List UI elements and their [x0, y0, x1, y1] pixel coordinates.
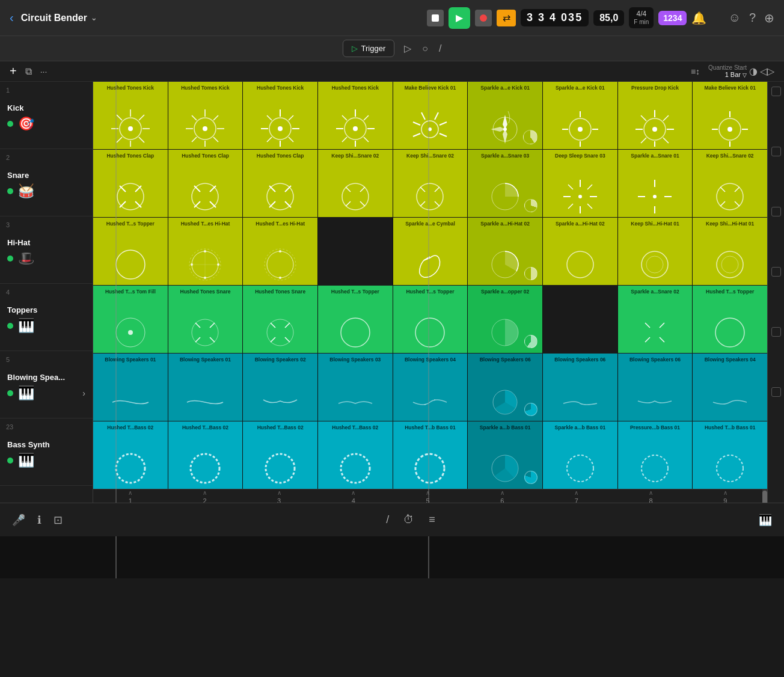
clip-snare-2[interactable]: Hushed Tones Clap [168, 150, 243, 217]
metronome-button[interactable]: 🔔 [691, 11, 706, 25]
clip-snare-3[interactable]: Hushed Tones Clap [243, 150, 317, 217]
clip-bass-8[interactable]: Pressure...b Bass 01 [618, 421, 693, 489]
mixer-icon[interactable]: ≡ [429, 513, 435, 526]
pencil-tool-icon[interactable]: / [386, 513, 389, 526]
clip-bass-2[interactable]: Hushed T...Bass 02 [168, 421, 243, 489]
clip-kick-6[interactable]: Sparkle a...e Kick 01 [468, 82, 542, 149]
clip-kick-2[interactable]: Hushed Tomes Kick [168, 82, 243, 149]
time-signature[interactable]: 4/4 F min [629, 7, 654, 28]
track-active-dot-bass[interactable] [7, 458, 13, 464]
record-audio-icon[interactable]: 🎤 [12, 513, 25, 527]
col-marker-1[interactable]: ∧1 [93, 489, 168, 503]
blowing-instrument-icon[interactable]: 🎹 [18, 385, 34, 401]
track-checkbox-4[interactable] [771, 267, 781, 277]
arrangement-button[interactable]: ≡↕ [691, 67, 700, 76]
duplicate-button[interactable]: ⧉ [25, 66, 32, 77]
info-icon[interactable]: ℹ [37, 513, 41, 527]
clip-toppers-2[interactable]: Hushed Tones Snare [168, 286, 243, 353]
clip-kick-7[interactable]: Sparkle a...e Kick 01 [543, 82, 617, 149]
track-checkbox-2[interactable] [771, 147, 781, 156]
clip-toppers-5[interactable]: Hushed T...s Topper [393, 286, 468, 353]
col-marker-2[interactable]: ∧2 [168, 489, 242, 503]
follow-icon[interactable]: ▷ [404, 43, 411, 54]
kick-instrument-icon[interactable]: 🎯 [18, 116, 34, 132]
track-active-dot-toppers[interactable] [7, 323, 13, 329]
clip-snare-7[interactable]: Deep Sleep Snare 03 [543, 150, 617, 217]
track-checkbox-6[interactable] [771, 387, 781, 397]
clip-hihat-9[interactable]: Keep Shi...Hi-Hat 01 [693, 218, 767, 285]
col-marker-4[interactable]: ∧4 [316, 489, 391, 503]
quantize-value[interactable]: 1 Bar ▽ [708, 71, 747, 78]
clip-bass-7[interactable]: Sparkle a...b Bass 01 [543, 421, 617, 489]
clip-bass-6[interactable]: Sparkle a...b Bass 01 [468, 421, 542, 489]
snare-instrument-icon[interactable]: 🥁 [18, 183, 34, 199]
track-item-kick[interactable]: 1 Kick 🎯 [0, 82, 93, 149]
clip-blowing-3[interactable]: Blowing Speakers 02 [243, 354, 317, 421]
clip-bass-1[interactable]: Hushed T...Bass 02 [93, 421, 168, 489]
track-item-blowing[interactable]: 5 Blowing Spea... 🎹 › [0, 351, 93, 418]
clip-snare-9[interactable]: Keep Shi...Snare 02 [693, 150, 767, 217]
clip-hihat-5[interactable]: Sparkle a...e Cymbal [393, 218, 468, 285]
track-item-hihat[interactable]: 3 Hi-Hat 🎩 [0, 216, 93, 284]
back-button[interactable]: ‹ [10, 11, 14, 25]
loop-button[interactable]: ⇄ [497, 10, 516, 26]
track-active-dot-blowing[interactable] [7, 390, 13, 396]
track-item-toppers[interactable]: 4 Toppers 🎹 [0, 284, 93, 351]
track-active-dot-snare[interactable] [7, 188, 13, 194]
clip-blowing-6[interactable]: Blowing Speakers 06 [468, 354, 542, 421]
pan-icon[interactable]: ◁▷ [760, 66, 774, 77]
clip-toppers-6[interactable]: Sparkle a...opper 02 [468, 286, 542, 353]
clip-blowing-5[interactable]: Blowing Speakers 04 [393, 354, 468, 421]
clip-blowing-7[interactable]: Blowing Speakers 06 [543, 354, 617, 421]
clip-bass-4[interactable]: Hushed T...Bass 02 [318, 421, 393, 489]
track-active-dot-kick[interactable] [7, 121, 13, 127]
account-icon[interactable]: ☺ [728, 11, 740, 25]
clip-hihat-7[interactable]: Sparkle a...Hi-Hat 02 [543, 218, 617, 285]
trigger-button[interactable]: ▷ Trigger [343, 40, 395, 57]
col-marker-8[interactable]: ∧8 [614, 489, 688, 503]
col-marker-7[interactable]: ∧7 [539, 489, 614, 503]
stop-button[interactable] [427, 10, 444, 26]
add-icon[interactable]: ⊕ [764, 11, 774, 25]
track-checkbox-1[interactable] [771, 87, 781, 96]
clip-blowing-9[interactable]: Blowing Speakers 04 [693, 354, 767, 421]
clip-toppers-3[interactable]: Hushed Tones Snare [243, 286, 317, 353]
toppers-instrument-icon[interactable]: 🎹 [18, 318, 34, 334]
col-marker-6[interactable]: ∧6 [465, 489, 539, 503]
col-marker-9[interactable]: ∧9 [688, 489, 762, 503]
loop-icon[interactable]: ○ [422, 43, 428, 54]
clip-kick-1[interactable]: Hushed Tones Kick [93, 82, 168, 149]
clip-kick-4[interactable]: Hushed Tones Kick [318, 82, 393, 149]
clip-kick-8[interactable]: Pressure Drop Kick [618, 82, 693, 149]
bass-instrument-icon[interactable]: 🎹 [18, 453, 34, 468]
col-marker-3[interactable]: ∧3 [242, 489, 316, 503]
tempo-display[interactable]: 85,0 [593, 10, 624, 26]
track-checkbox-3[interactable] [771, 207, 781, 216]
clip-toppers-9[interactable]: Hushed T...s Topper [693, 286, 767, 353]
track-item-snare[interactable]: 2 Snare 🥁 [0, 149, 93, 216]
clip-bass-5[interactable]: Hushed T...b Bass 01 [393, 421, 468, 489]
more-options-button[interactable]: ··· [40, 67, 47, 76]
clip-toppers-7-empty[interactable] [543, 286, 617, 353]
vertical-scrollbar[interactable] [762, 489, 767, 503]
volume-icon[interactable]: ◑ [749, 66, 758, 77]
clip-hihat-8[interactable]: Keep Shi...Hi-Hat 01 [618, 218, 693, 285]
clip-snare-1[interactable]: Hushed Tones Clap [93, 150, 168, 217]
blowing-expand-button[interactable]: › [82, 388, 85, 398]
clip-blowing-8[interactable]: Blowing Speakers 06 [618, 354, 693, 421]
clip-blowing-4[interactable]: Blowing Speakers 03 [318, 354, 393, 421]
clip-hihat-6[interactable]: Sparkle a...Hi-Hat 02 [468, 218, 542, 285]
clip-snare-4[interactable]: Keep Shi...Snare 02 [318, 150, 393, 217]
clip-hihat-1[interactable]: Hushed T...s Topper [93, 218, 168, 285]
clip-bass-9[interactable]: Hushed T...b Bass 01 [693, 421, 767, 489]
track-item-bass-synth[interactable]: 23 Bass Synth 🎹 [0, 418, 93, 486]
record-button[interactable] [475, 10, 492, 26]
help-icon[interactable]: ? [749, 11, 756, 25]
keyboard-icon[interactable]: 🎹 [759, 513, 772, 527]
chord-badge[interactable]: 1234 [658, 11, 687, 25]
clip-kick-3[interactable]: Hushed Tones Kick [243, 82, 317, 149]
clip-toppers-1[interactable]: Hushed T...s Tom Fill [93, 286, 168, 353]
clip-hihat-4-empty[interactable] [318, 218, 393, 285]
clip-blowing-2[interactable]: Blowing Speakers 01 [168, 354, 243, 421]
scrollbar-thumb[interactable] [762, 491, 767, 503]
